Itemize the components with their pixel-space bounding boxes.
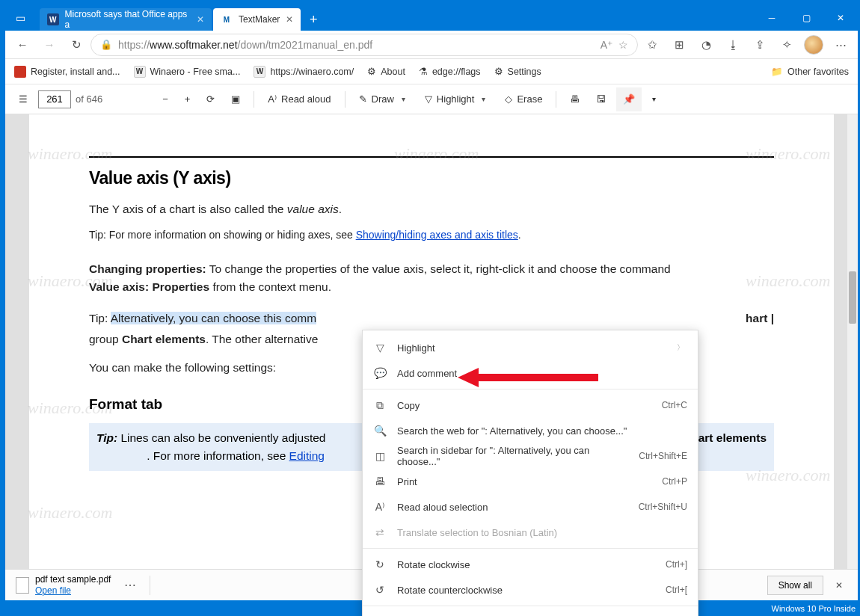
rotate-icon[interactable]: ⟳ (200, 87, 221, 111)
ctx-read-aloud[interactable]: A⁾Read aloud selectionCtrl+Shift+U (363, 494, 698, 520)
profile-avatar[interactable] (801, 33, 826, 57)
chevron-down-icon[interactable]: ▾ (399, 95, 408, 103)
folder-icon: 📁 (771, 66, 783, 77)
draw-button[interactable]: ✎Draw▾ (353, 87, 414, 111)
share-icon[interactable]: ⇪ (747, 33, 773, 57)
favicon-w-icon: W (47, 13, 59, 25)
zoom-in-button[interactable]: + (179, 87, 197, 111)
reader-icon[interactable]: A⁺ (601, 39, 612, 51)
url-text: https://www.softmaker.net/down/tm2021man… (118, 39, 595, 51)
bookmark-item[interactable]: Whttps://winaero.com/ (254, 66, 354, 78)
chevron-right-icon: 〉 (674, 342, 687, 353)
show-all-button[interactable]: Show all (767, 576, 823, 595)
lock-icon: 🔒 (100, 39, 112, 50)
download-more-icon[interactable]: ⋯ (118, 578, 142, 592)
collections-icon[interactable]: ⊞ (666, 33, 692, 57)
doc-link[interactable]: Editing (289, 449, 325, 462)
pen-icon: ✎ (359, 93, 367, 105)
tab-active[interactable]: M TextMaker ✕ (213, 8, 301, 31)
annotation-arrow (458, 366, 600, 392)
comment-icon: 💬 (373, 367, 387, 379)
address-bar[interactable]: 🔒 https://www.softmaker.net/down/tm2021m… (90, 34, 638, 56)
bookmark-item[interactable]: ⚙Settings (494, 66, 541, 77)
file-icon (16, 577, 29, 594)
ctx-rotate-ccw[interactable]: ↺Rotate counterclockwiseCtrl+[ (363, 577, 698, 603)
close-window-button[interactable]: ✕ (823, 5, 858, 31)
favorites-bar: Register, install and... WWinaero - Free… (5, 59, 858, 84)
erase-button[interactable]: ◇Erase (499, 87, 548, 111)
page-input[interactable] (38, 90, 71, 108)
more-icon[interactable]: ⋯ (828, 33, 853, 57)
ctx-rotate-cw[interactable]: ↻Rotate clockwiseCtrl+] (363, 552, 698, 577)
pdf-toolbar: ☰ of 646 − + ⟳ ▣ A⁾Read aloud ✎Draw▾ ▽Hi… (5, 84, 858, 114)
chevron-down-icon[interactable]: ▾ (479, 95, 488, 103)
tab-label: Microsoft says that Office apps a (65, 9, 191, 30)
download-item[interactable]: pdf text sample.pdf Open file (16, 574, 111, 596)
save-icon[interactable]: 🖫 (590, 87, 612, 111)
highlighter-icon: ▽ (373, 342, 387, 354)
flask-icon: ⚗ (419, 66, 428, 77)
page-heading: Value axis (Y axis) (89, 168, 774, 188)
scrollbar[interactable] (847, 114, 858, 600)
downloads-icon[interactable]: ⭳ (720, 33, 746, 57)
scroll-thumb[interactable] (849, 271, 856, 324)
titlebar: ▭ W Microsoft says that Office apps a ✕ … (5, 5, 858, 31)
ctx-search-web[interactable]: 🔍Search the web for ": Alternatively, yo… (363, 418, 698, 443)
favorites-icon[interactable]: ✩ (639, 33, 665, 57)
bookmark-item[interactable]: WWinaero - Free sma... (134, 66, 241, 78)
maximize-button[interactable]: ▢ (789, 5, 823, 31)
rotate-cw-icon: ↻ (373, 558, 387, 570)
speaker-icon: A⁾ (373, 501, 387, 513)
new-tab-button[interactable]: + (302, 8, 325, 31)
refresh-button[interactable]: ↻ (64, 33, 89, 57)
tab-label: TextMaker (239, 14, 280, 25)
download-filename: pdf text sample.pdf (35, 574, 111, 585)
zoom-out-button[interactable]: − (156, 87, 174, 111)
selected-text: Alternatively, you can choose this comm (111, 312, 316, 324)
ctx-search-sidebar[interactable]: ◫Search in sidebar for ": Alternatively,… (363, 443, 698, 469)
open-file-link[interactable]: Open file (35, 585, 111, 596)
body-text: Changing properties: To change the prope… (89, 260, 774, 296)
speaker-icon: A⁾ (268, 93, 277, 105)
bookmark-item[interactable]: ⚙About (367, 66, 405, 77)
close-tab-icon[interactable]: ✕ (197, 14, 204, 25)
ctx-print[interactable]: 🖶PrintCtrl+P (363, 469, 698, 494)
highlight-button[interactable]: ▽Highlight▾ (419, 87, 495, 111)
close-downloads-icon[interactable]: ✕ (831, 577, 847, 594)
chevron-down-icon[interactable]: ▾ (646, 87, 662, 111)
bookmark-item[interactable]: Register, install and... (14, 66, 120, 78)
gear-icon: ⚙ (494, 66, 503, 77)
body-text: Tip: For more information on showing or … (89, 227, 774, 244)
address-bar-row: ← → ↻ 🔒 https://www.softmaker.net/down/t… (5, 31, 858, 59)
favicon-tm-icon: M (221, 13, 233, 25)
doc-link[interactable]: Showing/hiding axes and axis titles (356, 229, 518, 241)
print-icon: 🖶 (373, 475, 387, 487)
other-favorites[interactable]: 📁Other favorites (771, 66, 849, 77)
page-total: of 646 (76, 93, 102, 105)
ctx-highlight[interactable]: ▽Highlight〉 (363, 335, 698, 360)
read-aloud-button[interactable]: A⁾Read aloud (262, 87, 337, 111)
star-icon[interactable]: ☆ (618, 39, 628, 51)
contents-icon[interactable]: ☰ (13, 87, 34, 111)
favicon-icon: W (134, 66, 146, 78)
sidebar-icon: ◫ (373, 450, 387, 462)
fit-page-icon[interactable]: ▣ (225, 87, 246, 111)
favicon-icon (14, 66, 26, 78)
eraser-icon: ◇ (505, 93, 512, 105)
minimize-button[interactable]: ─ (755, 5, 789, 31)
ctx-translate: ⇄Translate selection to Bosnian (Latin) (363, 520, 698, 545)
back-button[interactable]: ← (10, 33, 35, 57)
body-text: Tip: Alternatively, you can choose this … (89, 309, 774, 327)
search-icon: 🔍 (373, 425, 387, 437)
forward-button: → (37, 33, 62, 57)
tab-inactive[interactable]: W Microsoft says that Office apps a ✕ (40, 8, 212, 31)
close-tab-icon[interactable]: ✕ (286, 14, 293, 25)
pin-toolbar-button[interactable]: 📌 (616, 87, 642, 111)
history-icon[interactable]: ◔ (693, 33, 719, 57)
bookmark-item[interactable]: ⚗edge://flags (419, 66, 481, 77)
svg-marker-0 (458, 368, 598, 387)
ctx-inspect[interactable]: ⌖InspectCtrl+Shift+I (363, 609, 698, 616)
print-icon[interactable]: 🖶 (564, 87, 586, 111)
extensions-icon[interactable]: ✧ (774, 33, 799, 57)
ctx-copy[interactable]: ⧉CopyCtrl+C (363, 392, 698, 418)
